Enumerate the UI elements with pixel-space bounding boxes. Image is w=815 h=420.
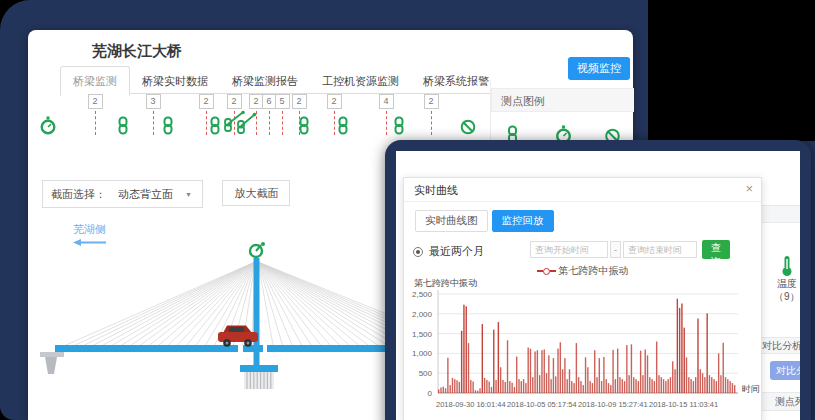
chart-bar	[477, 391, 478, 393]
sensor-count-badge: 2	[327, 94, 342, 109]
sensor-count-badge: 2	[199, 94, 214, 109]
chart-bar	[466, 306, 467, 393]
y-tick-label: 500	[404, 369, 432, 378]
section-dropdown[interactable]: 动态背立面 ▼	[112, 187, 202, 202]
search-button[interactable]: 查询	[702, 240, 730, 259]
chart-bar	[573, 383, 574, 393]
chart-bar	[732, 383, 733, 393]
chart-bar	[440, 387, 441, 393]
chart-bar	[686, 357, 687, 393]
chart-bar	[608, 383, 609, 393]
chart-bar	[633, 377, 634, 393]
chart-bar	[603, 357, 604, 393]
dialog-tab-0[interactable]: 实时曲线图	[415, 210, 488, 232]
x-tick-label: 2018-10-09 15:27:41	[578, 400, 648, 409]
legend-panel-title: 测点图例	[491, 88, 634, 112]
y-tick-label: 2,000	[404, 310, 432, 319]
sensor-count-badge: 2	[424, 94, 439, 109]
chart-bar	[550, 379, 551, 393]
chart-bar	[553, 358, 554, 393]
chart-bar	[527, 347, 528, 393]
chart-bar	[706, 313, 707, 393]
pylon-sensor-icon[interactable]	[250, 242, 265, 257]
close-icon[interactable]: ×	[745, 181, 753, 196]
x-axis-name: 时间	[742, 383, 760, 396]
chart-bar	[541, 350, 542, 393]
chart-bar	[567, 379, 568, 393]
legend-marker-icon	[537, 270, 543, 272]
start-time-input[interactable]	[530, 241, 608, 258]
sensor-marker-dash[interactable]: 2	[418, 90, 444, 135]
chart-bar	[454, 379, 455, 393]
chart-bar	[443, 387, 444, 393]
chart-bar	[663, 379, 664, 393]
chart-bar	[509, 381, 510, 393]
chart-bar	[491, 387, 492, 393]
range-separator: -	[610, 241, 621, 258]
chart-bar	[723, 343, 724, 393]
chart-bar	[488, 382, 489, 393]
video-monitor-button[interactable]: 视频监控	[568, 57, 630, 80]
chart-bar	[569, 369, 570, 393]
chart-bar	[447, 358, 448, 393]
chevron-down-icon: ▼	[185, 191, 192, 198]
chart-bar	[654, 381, 655, 393]
chart-bar	[638, 381, 639, 393]
dialog-title: 实时曲线	[414, 183, 458, 198]
end-time-input[interactable]	[623, 241, 697, 258]
chart-bar	[610, 385, 611, 393]
sensor-marker-dash[interactable]: 2	[82, 90, 108, 135]
dashed-line	[386, 111, 387, 135]
x-tick-label: 2018-10-05 05:17:54	[507, 400, 577, 409]
clock-icon	[40, 116, 57, 139]
chart-bar	[502, 380, 503, 393]
chart-bar	[612, 350, 613, 393]
chart-legend[interactable]: 第七跨跨中振动	[404, 264, 761, 278]
dialog-tab-1[interactable]: 监控回放	[492, 210, 554, 232]
chart-bar	[456, 380, 457, 393]
chart-bar	[734, 385, 735, 393]
chart-bar	[688, 377, 689, 393]
dialog-tab-bar: 实时曲线图监控回放	[415, 210, 558, 232]
chart-bar	[672, 361, 673, 393]
compare-analysis-button[interactable]: 对比分析	[770, 361, 800, 380]
chart-bar	[693, 381, 694, 393]
sensor-count-badge: 2	[227, 94, 242, 109]
dashed-line	[282, 111, 283, 135]
chart-bar	[702, 373, 703, 393]
chart-bar	[697, 319, 698, 393]
bridge-pylon	[254, 258, 260, 345]
chart-bar	[594, 350, 595, 393]
chart-bar	[716, 381, 717, 393]
chart-bar	[475, 390, 476, 393]
page-title: 芜湖长江大桥	[92, 42, 182, 61]
chart-bar	[690, 379, 691, 393]
section-select-box: 截面选择： 动态背立面 ▼	[42, 180, 203, 208]
enlarge-section-button[interactable]: 放大截面	[222, 180, 290, 206]
chart-bar	[544, 349, 545, 393]
chart-bar	[438, 389, 439, 393]
chart-bar	[548, 355, 549, 393]
chart-bar	[658, 375, 659, 393]
chart-bar	[479, 388, 480, 393]
chart-bar	[589, 381, 590, 393]
chart-bar	[452, 378, 453, 393]
chart-bar	[645, 349, 646, 393]
chart-bar	[667, 379, 668, 393]
chart-bar	[468, 343, 469, 393]
chart-bar	[642, 375, 643, 393]
dashed-line	[95, 111, 96, 135]
sensor-count-badge: 2	[292, 94, 307, 109]
chart-bar	[449, 385, 450, 393]
chart-bar	[560, 342, 561, 393]
chart-bar	[537, 350, 538, 393]
chart-bar	[677, 299, 678, 393]
chart-bar	[665, 381, 666, 393]
chart-bar	[523, 379, 524, 393]
radio-selected-icon[interactable]	[413, 247, 423, 257]
recent-range-radio-row: 最近两个月	[413, 244, 484, 259]
chart-bar	[557, 349, 558, 393]
chart-bar	[626, 345, 627, 393]
chart-bar	[578, 377, 579, 393]
chart-bar	[606, 379, 607, 393]
